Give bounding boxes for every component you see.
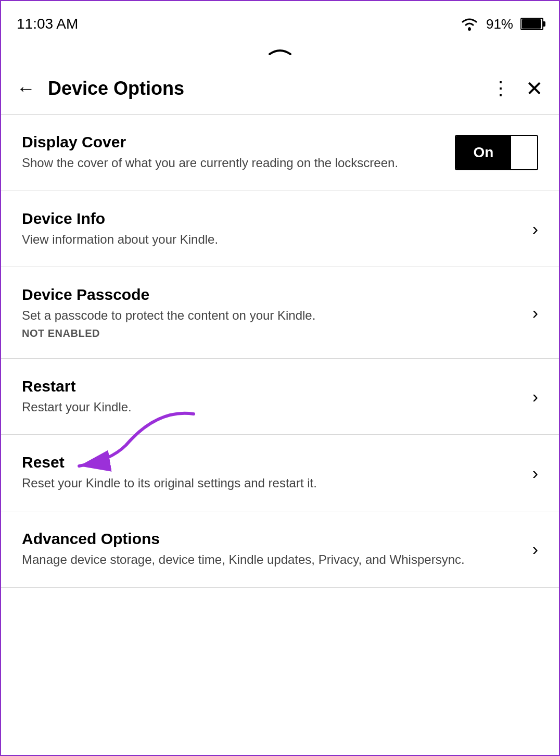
swipe-handle: [259, 45, 301, 57]
device-passcode-status: NOT ENABLED: [22, 327, 522, 339]
advanced-options-left: Advanced Options Manage device storage, …: [22, 530, 532, 569]
reset-item[interactable]: Reset Reset your Kindle to its original …: [1, 435, 559, 511]
battery-percentage: 91%: [486, 16, 513, 32]
device-info-item[interactable]: Device Info View information about your …: [1, 191, 559, 268]
display-cover-subtitle: Show the cover of what you are currently…: [22, 154, 444, 172]
status-time: 11:03 AM: [17, 16, 78, 32]
header: ← Device Options ⋮ ✕: [1, 62, 559, 115]
device-passcode-left: Device Passcode Set a passcode to protec…: [22, 286, 532, 339]
device-info-chevron: ›: [532, 219, 538, 239]
display-cover-section[interactable]: Display Cover Show the cover of what you…: [1, 115, 559, 191]
content: Display Cover Show the cover of what you…: [1, 115, 559, 588]
restart-subtitle: Restart your Kindle.: [22, 398, 522, 416]
close-button[interactable]: ✕: [526, 77, 543, 100]
display-cover-title: Display Cover: [22, 133, 444, 151]
battery-icon: [520, 18, 543, 30]
advanced-options-chevron: ›: [532, 539, 538, 559]
advanced-options-subtitle: Manage device storage, device time, Kind…: [22, 551, 522, 569]
advanced-options-title: Advanced Options: [22, 530, 522, 548]
header-actions: ⋮ ✕: [491, 77, 543, 100]
reset-title: Reset: [22, 453, 522, 471]
page-title: Device Options: [48, 78, 491, 99]
restart-left: Restart Restart your Kindle.: [22, 377, 532, 416]
device-info-subtitle: View information about your Kindle.: [22, 231, 522, 248]
device-passcode-item[interactable]: Device Passcode Set a passcode to protec…: [1, 267, 559, 359]
swipe-indicator: [1, 43, 559, 62]
status-bar: 11:03 AM 91%: [1, 1, 559, 43]
more-options-button[interactable]: ⋮: [491, 78, 511, 99]
device-passcode-chevron: ›: [532, 303, 538, 323]
svg-point-0: [468, 28, 471, 31]
restart-title: Restart: [22, 377, 522, 395]
toggle-on-label: On: [456, 136, 511, 169]
back-button[interactable]: ←: [17, 78, 35, 99]
wifi-icon: [460, 17, 479, 31]
device-info-title: Device Info: [22, 210, 522, 228]
toggle-off-indicator: [511, 136, 537, 169]
display-cover-left: Display Cover Show the cover of what you…: [22, 133, 455, 172]
restart-item[interactable]: Restart Restart your Kindle. ›: [1, 359, 559, 435]
reset-left: Reset Reset your Kindle to its original …: [22, 453, 532, 492]
device-info-left: Device Info View information about your …: [22, 210, 532, 248]
device-passcode-subtitle: Set a passcode to protect the content on…: [22, 307, 522, 324]
status-right: 91%: [460, 16, 543, 32]
reset-chevron: ›: [532, 463, 538, 483]
reset-subtitle: Reset your Kindle to its original settin…: [22, 474, 522, 492]
device-passcode-title: Device Passcode: [22, 286, 522, 304]
display-cover-toggle[interactable]: On: [455, 135, 538, 170]
advanced-options-item[interactable]: Advanced Options Manage device storage, …: [1, 511, 559, 588]
restart-chevron: ›: [532, 386, 538, 407]
